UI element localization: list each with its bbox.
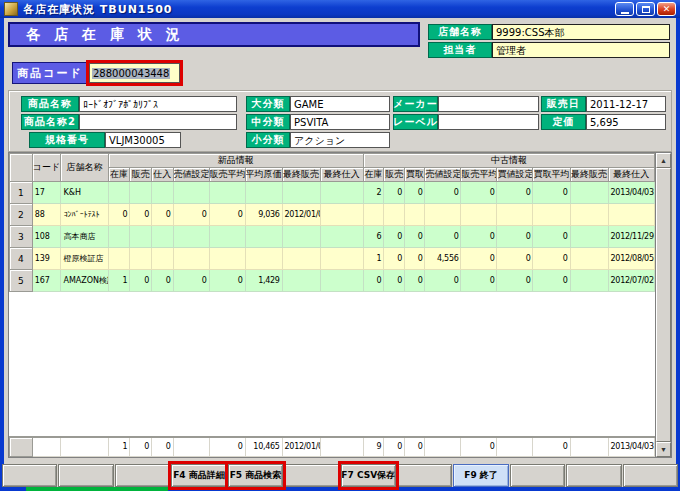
function-button-4[interactable]: F4 商品詳細: [171, 464, 226, 487]
maker-field[interactable]: [438, 96, 539, 112]
grid-cell: 0: [533, 226, 570, 248]
grid-cell: [570, 270, 608, 292]
totals-row: 100010,4652012/01/05900002013/04/03: [10, 437, 655, 457]
grid-cell: [570, 182, 608, 204]
totals-cell: [570, 437, 608, 457]
category1-label: 大分類: [246, 96, 290, 112]
spec-number-label: 規格番号: [29, 132, 105, 148]
function-button-11[interactable]: [566, 464, 621, 487]
grid-cell: [282, 270, 320, 292]
scroll-up-button[interactable]: ▲: [656, 153, 671, 168]
grid-cell: 0: [533, 182, 570, 204]
grid-cell: [570, 226, 608, 248]
table-row[interactable]: 288ｺﾝﾊﾞｰﾄﾃｽﾄ000009,0362012/01/05: [10, 204, 655, 226]
grid-cell: [497, 204, 533, 226]
grid-cell: 0: [497, 182, 533, 204]
grid-cell: [320, 204, 363, 226]
staff-field[interactable]: 管理者: [492, 42, 670, 58]
category2-field[interactable]: PSVITA: [290, 114, 390, 130]
column-header: 販売平均: [209, 168, 245, 182]
table-row[interactable]: 3108高本商店60000002012/11/29: [10, 226, 655, 248]
grid-cell: [173, 182, 209, 204]
grid-cell: [130, 248, 152, 270]
column-header: 平均原価: [245, 168, 282, 182]
grid-cell: [320, 182, 363, 204]
close-icon: ✕: [663, 5, 671, 14]
function-button-7[interactable]: F7 CSV保存: [341, 464, 396, 487]
grid-cell: [108, 226, 130, 248]
function-button-10[interactable]: [510, 464, 565, 487]
grid-cell: [461, 204, 497, 226]
grid-cell: 2012/07/02: [608, 270, 654, 292]
grid-cell: 0: [497, 226, 533, 248]
grid-cell: [209, 248, 245, 270]
grid-header: コード店舗名称新品情報中古情報在庫販売仕入売値設定販売平均平均原価最終販売最終仕…: [10, 154, 655, 182]
store-name-cell: ｺﾝﾊﾞｰﾄﾃｽﾄ: [61, 204, 108, 226]
product-code-input[interactable]: 288000043448: [89, 63, 180, 83]
row-number: 1: [10, 182, 33, 204]
store-name-label: 店舗名称: [428, 24, 492, 40]
product-detail-panel: 商品名称 ﾛｰﾄﾞｵﾌﾞｱﾎﾟｶﾘﾌﾟｽ 大分類 GAME メーカー 販売日 2…: [8, 90, 672, 152]
maximize-icon: [642, 6, 650, 13]
grid-cell: 0: [461, 270, 497, 292]
grid-cell: 2012/11/29: [608, 226, 654, 248]
totals-cell: 0: [151, 437, 173, 457]
function-button-12[interactable]: [623, 464, 678, 487]
application-window: 各店在庫状況 TBUN1500 ✕ 各店在庫状況 店舗名称 9999:CSS本部…: [0, 0, 680, 491]
product-name2-field[interactable]: [79, 114, 237, 130]
minimize-button[interactable]: [615, 2, 634, 16]
grid-cell: [245, 182, 282, 204]
function-button-8[interactable]: [397, 464, 452, 487]
product-name-field[interactable]: ﾛｰﾄﾞｵﾌﾞｱﾎﾟｶﾘﾌﾟｽ: [79, 96, 237, 112]
grid-cell: 0: [173, 204, 209, 226]
vertical-scrollbar[interactable]: ▲ ▼: [655, 153, 671, 457]
function-button-1[interactable]: [2, 464, 57, 487]
brand-label: レーベル: [393, 114, 438, 130]
grid-cell: 108: [32, 226, 61, 248]
app-icon: [4, 2, 18, 16]
category3-field[interactable]: アクション: [290, 132, 390, 148]
table-row[interactable]: 117K&H20000002013/04/03: [10, 182, 655, 204]
list-price-field[interactable]: 5,695: [586, 114, 666, 130]
grid-cell: [320, 226, 363, 248]
grid-cell: 167: [32, 270, 61, 292]
column-header: 販売: [130, 168, 152, 182]
scrollbar-thumb[interactable]: [656, 168, 671, 442]
column-header: 最終販売: [282, 168, 320, 182]
function-button-9[interactable]: F9 終了: [453, 464, 508, 487]
column-header: 売値設定: [425, 168, 461, 182]
grid-cell: 0: [384, 182, 405, 204]
scroll-down-button[interactable]: ▼: [656, 442, 671, 457]
close-button[interactable]: ✕: [657, 2, 676, 16]
column-header: 最終仕入: [608, 168, 654, 182]
column-header: 買取: [404, 168, 425, 182]
grid-cell: 0: [533, 248, 570, 270]
column-header: 販売: [384, 168, 405, 182]
grid-cell: [130, 182, 152, 204]
brand-field[interactable]: [438, 114, 539, 130]
maximize-button[interactable]: [636, 2, 655, 16]
totals-cell: 0: [384, 437, 405, 457]
spec-number-field[interactable]: VLJM30005: [105, 132, 181, 148]
totals-cell: 0: [404, 437, 425, 457]
table-row[interactable]: 4139橙原検証店1004,5560002012/08/05: [10, 248, 655, 270]
inventory-grid-table: コード店舗名称新品情報中古情報在庫販売仕入売値設定販売平均平均原価最終販売最終仕…: [9, 153, 655, 457]
category1-field[interactable]: GAME: [290, 96, 390, 112]
grid-empty-area: [10, 292, 655, 437]
function-button-2[interactable]: [58, 464, 113, 487]
function-button-5[interactable]: F5 商品検索: [228, 464, 283, 487]
totals-cell: [497, 437, 533, 457]
grid-corner-cell: [10, 154, 33, 182]
row-number: 2: [10, 204, 33, 226]
grid-cell: 0: [404, 248, 425, 270]
release-date-field[interactable]: 2011-12-17: [586, 96, 666, 112]
function-button-3[interactable]: [115, 464, 170, 487]
grid-cell: [209, 226, 245, 248]
store-name-field[interactable]: 9999:CSS本部: [492, 24, 670, 40]
store-name-cell: 高本商店: [61, 226, 108, 248]
function-button-6[interactable]: [284, 464, 339, 487]
table-row[interactable]: 5167AMAZON検証100001,42900000002012/07/02: [10, 270, 655, 292]
totals-cell: [425, 437, 461, 457]
grid-cell: [245, 248, 282, 270]
window-frame-left: [0, 18, 4, 491]
